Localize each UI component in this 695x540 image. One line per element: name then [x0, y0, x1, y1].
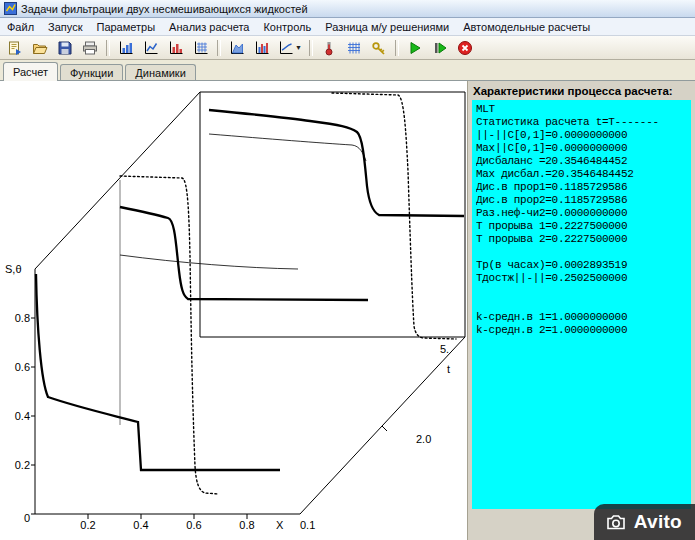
bar-chart-icon[interactable] [114, 37, 138, 59]
tabbar: Расчет Функции Динамики [0, 60, 695, 81]
line-chart-dropdown-icon[interactable]: ▼ [275, 37, 305, 59]
key-icon[interactable] [367, 37, 391, 59]
window-title: Задачи фильтрации двух несмешивающихся ж… [21, 3, 308, 15]
y-tick-02: 0.2 [15, 459, 30, 471]
profiles-3d-plot: S,θ 0 0.2 0.4 0.6 0.8 0.2 0.4 0.6 0.8 X … [0, 81, 467, 540]
stat-line: Тр(в часах)=0.0002893519 [476, 259, 689, 272]
content-area: S,θ 0 0.2 0.4 0.6 0.8 0.2 0.4 0.6 0.8 X … [0, 81, 695, 540]
open-file-icon[interactable] [28, 37, 52, 59]
mesh-grid-icon[interactable] [342, 37, 366, 59]
t-tick-20: 2.0 [416, 433, 431, 445]
line-chart-icon[interactable] [139, 37, 163, 59]
t-tick-5: 5. [440, 343, 449, 355]
x-tick-04: 0.4 [133, 519, 148, 531]
x-tick-06: 0.6 [186, 519, 201, 531]
stop-icon[interactable] [453, 37, 477, 59]
y-tick-04: 0.4 [15, 410, 30, 422]
stat-line: k-средн.в 2=1.0000000000 [476, 324, 689, 337]
menu-item-solution-difference[interactable]: Разница м/у решениями [318, 20, 456, 34]
area-chart-icon[interactable] [225, 37, 249, 59]
aux-thin-curve-t5 [209, 134, 366, 161]
tab-calculation[interactable]: Расчет [3, 62, 58, 81]
toolbar: ▼ [0, 36, 695, 60]
run-icon[interactable] [403, 37, 427, 59]
theta-curve-t2 [120, 176, 218, 494]
stat-line: Т прорыва 2=0.2227500000 [476, 233, 689, 246]
new-file-icon[interactable] [3, 37, 27, 59]
x-axis-label: X [276, 519, 284, 531]
print-icon[interactable] [78, 37, 102, 59]
stat-line: ||-||C[0,1]=0.0000000000 [476, 129, 689, 142]
menu-item-analysis[interactable]: Анализ расчета [162, 20, 256, 34]
toolbar-separator [217, 40, 221, 56]
saturation-curve-t2 [120, 207, 368, 300]
stat-line: Дис.в прор2=0.1185729586 [476, 194, 689, 207]
saturation-curve-t01 [36, 274, 280, 470]
stat-line: k-средн.в 1=1.0000000000 [476, 311, 689, 324]
menu-item-parameters[interactable]: Параметры [89, 20, 162, 34]
stat-line: Дис.в прор1=0.1185729586 [476, 181, 689, 194]
stat-line: Max дисбал.=20.3546484452 [476, 168, 689, 181]
x-tick-02: 0.2 [80, 519, 95, 531]
menu-item-file[interactable]: Файл [0, 20, 41, 34]
stat-line: Раз.неф-чи2=0.0000000000 [476, 207, 689, 220]
plot-frame [31, 92, 465, 519]
results-panel-header: Характеристики процесса расчета: [472, 83, 691, 100]
titlebar: Задачи фильтрации двух несмешивающихся ж… [0, 0, 695, 18]
stat-line: Статистика расчета t=T------- [476, 116, 689, 129]
run-step-icon[interactable] [428, 37, 452, 59]
stat-line [476, 246, 689, 259]
stat-line: MLT [476, 103, 689, 116]
red-bar-chart-icon[interactable] [164, 37, 188, 59]
y-tick-06: 0.6 [15, 361, 30, 373]
thermometer-icon[interactable] [317, 37, 341, 59]
surface-grid-icon[interactable] [189, 37, 213, 59]
watermark-label: Avito [634, 511, 682, 533]
y-tick-08: 0.8 [15, 312, 30, 324]
plot-area: S,θ 0 0.2 0.4 0.6 0.8 0.2 0.4 0.6 0.8 X … [0, 81, 467, 540]
t-tick-01: 0.1 [300, 519, 315, 531]
application-window: Задачи фильтрации двух несмешивающихся ж… [0, 0, 695, 540]
y-axis-label: S,θ [5, 263, 22, 275]
stat-line [476, 285, 689, 298]
avito-watermark: Avito [594, 504, 695, 540]
aux-thin-curve-t2 [120, 255, 298, 269]
toolbar-separator [395, 40, 399, 56]
stat-line: Т прорыва 1=0.2227500000 [476, 220, 689, 233]
camera-icon [605, 513, 627, 531]
x-tick-08: 0.8 [239, 519, 254, 531]
tab-functions[interactable]: Функции [60, 64, 123, 80]
y-tick-0: 0 [24, 512, 30, 524]
toolbar-separator [106, 40, 110, 56]
toolbar-separator [309, 40, 313, 56]
stat-line: Дисбаланс =20.3546484452 [476, 155, 689, 168]
save-icon[interactable] [53, 37, 77, 59]
menubar: Файл Запуск Параметры Анализ расчета Кон… [0, 18, 695, 36]
stat-line [476, 298, 689, 311]
multi-series-chart-icon[interactable] [250, 37, 274, 59]
stat-line: Max||C[0,1]=0.0000000000 [476, 142, 689, 155]
menu-item-run[interactable]: Запуск [41, 20, 89, 34]
calculation-statistics: MLT Статистика расчета t=T------- ||-||C… [472, 100, 691, 509]
saturation-curve-t5 [209, 110, 464, 216]
chevron-down-icon: ▼ [295, 44, 302, 51]
stat-line: Тдостж||-||=0.2502500000 [476, 272, 689, 285]
results-panel: Характеристики процесса расчета: MLT Ста… [467, 81, 695, 540]
t-axis-label: t [447, 363, 450, 375]
tab-dynamics[interactable]: Динамики [125, 64, 195, 80]
app-icon [4, 2, 17, 15]
menu-item-selfsimilar-calculations[interactable]: Автомодельные расчеты [456, 20, 597, 34]
menu-item-control[interactable]: Контроль [256, 20, 318, 34]
